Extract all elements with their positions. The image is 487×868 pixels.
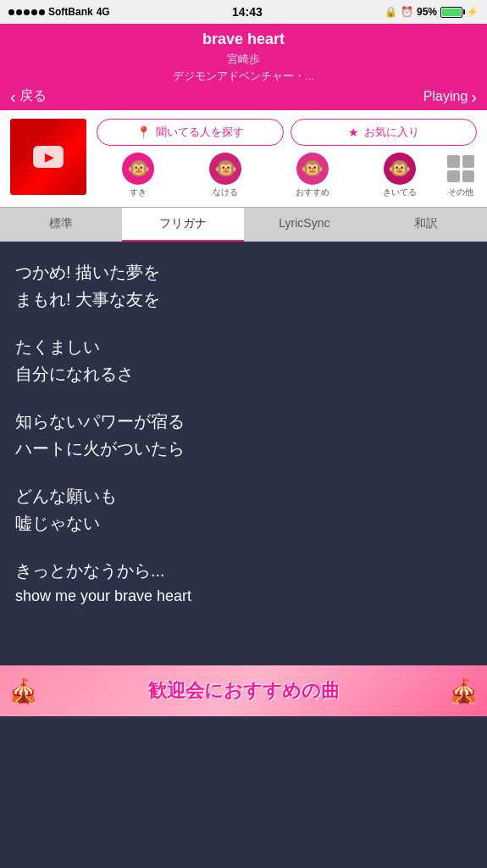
- signal-dots: [8, 9, 45, 15]
- controls-section: 📍 聞いてる人を探す ★ お気に入り 🐵 すき 🐵 なける: [0, 110, 487, 207]
- reaction-suki-icon: 🐵: [122, 153, 154, 185]
- tab-standard[interactable]: 標準: [0, 208, 122, 242]
- banner[interactable]: 🎪 歓迎会におすすめの曲 🎪: [0, 665, 487, 716]
- chevron-right-icon: ›: [471, 88, 477, 105]
- reaction-kiiteru-icon: 🐵: [384, 153, 416, 185]
- lyric-line-2-2: 自分になれるさ: [15, 360, 472, 387]
- reaction-osusume-label: おすすめ: [296, 186, 329, 198]
- lyric-block-5: きっとかなうから... show me your brave heart: [15, 557, 472, 609]
- lyric-block-2: たくましい 自分になれるさ: [15, 333, 472, 387]
- find-label: 聞いてる人を探す: [156, 125, 244, 140]
- status-bar: SoftBank 4G 14:43 🔒 ⏰ 95% ⚡: [0, 0, 487, 24]
- reaction-nakeru[interactable]: 🐵 なける: [184, 153, 268, 198]
- lyric-block-1: つかめ! 描いた夢を まもれ! 大事な友を: [15, 259, 472, 313]
- reaction-osusume[interactable]: 🐵 おすすめ: [271, 153, 355, 198]
- lyric-line-5-2: show me your brave heart: [15, 584, 472, 609]
- lyric-line-3-2: ハートに火がついたら: [15, 435, 472, 462]
- status-time: 14:43: [232, 5, 263, 19]
- battery-icon: [440, 7, 462, 18]
- lock-icon: 🔒: [385, 6, 397, 18]
- tab-furigana[interactable]: フリガナ: [122, 208, 244, 242]
- tabs-bar: 標準 フリガナ LyricSync 和訳: [0, 207, 487, 242]
- reaction-other-label: その他: [448, 186, 473, 198]
- chevron-left-icon: ‹: [10, 88, 16, 105]
- top-buttons: 📍 聞いてる人を探す ★ お気に入り: [97, 119, 477, 146]
- star-icon: ★: [348, 125, 359, 139]
- banner-deco-left: 🎪: [8, 677, 38, 705]
- lyrics-section: つかめ! 描いた夢を まもれ! 大事な友を たくましい 自分になれるさ 知らない…: [0, 242, 487, 665]
- reaction-nakeru-label: なける: [213, 186, 238, 198]
- lyric-line-1-1: つかめ! 描いた夢を: [15, 259, 472, 286]
- back-label: 戻る: [19, 87, 47, 105]
- nav-bar: brave heart 宮崎歩 デジモンアドベンチャー・... ‹ 戻る Pla…: [0, 24, 487, 110]
- artist-name: 宮崎歩: [227, 53, 260, 65]
- carrier-label: SoftBank: [48, 6, 93, 18]
- album-name: デジモンアドベンチャー・...: [173, 70, 314, 82]
- reaction-suki-label: すき: [130, 186, 147, 198]
- find-listeners-button[interactable]: 📍 聞いてる人を探す: [97, 119, 284, 146]
- pin-icon: 📍: [136, 125, 151, 139]
- alarm-icon: ⏰: [401, 6, 413, 18]
- banner-text: 歓迎会におすすめの曲: [148, 678, 340, 704]
- lyric-line-3-1: 知らないパワーが宿る: [15, 408, 472, 435]
- charging-icon: ⚡: [466, 6, 479, 18]
- reaction-other[interactable]: その他: [445, 153, 477, 198]
- song-title: brave heart: [202, 31, 285, 47]
- controls-right: 📍 聞いてる人を探す ★ お気に入り 🐵 すき 🐵 なける: [97, 119, 477, 198]
- playing-button[interactable]: Playing ›: [423, 88, 477, 105]
- favorite-button[interactable]: ★ お気に入り: [291, 119, 478, 146]
- lyric-line-4-2: 嘘じゃない: [15, 509, 472, 537]
- reaction-nakeru-icon: 🐵: [209, 153, 241, 185]
- reaction-kiiteru[interactable]: 🐵 きいてる: [357, 153, 441, 198]
- battery-percent: 95%: [417, 6, 437, 18]
- youtube-play-icon: [33, 146, 64, 168]
- status-left: SoftBank 4G: [8, 6, 110, 18]
- album-art-image: [10, 119, 86, 195]
- lyric-block-3: 知らないパワーが宿る ハートに火がついたら: [15, 408, 472, 462]
- lyric-block-4: どんな願いも 嘘じゃない: [15, 482, 472, 537]
- grid-icon: [445, 153, 477, 185]
- lyric-line-4-1: どんな願いも: [15, 482, 472, 509]
- reaction-row: 🐵 すき 🐵 なける 🐵 おすすめ 🐵 きいてる: [97, 153, 477, 198]
- reaction-kiiteru-label: きいてる: [383, 186, 417, 198]
- network-label: 4G: [97, 6, 110, 18]
- back-button[interactable]: ‹ 戻る: [10, 87, 47, 105]
- status-right: 🔒 ⏰ 95% ⚡: [385, 6, 479, 18]
- playing-label: Playing: [423, 89, 468, 104]
- tab-wayaku[interactable]: 和訳: [365, 208, 487, 242]
- lyric-line-2-1: たくましい: [15, 333, 472, 360]
- fav-label: お気に入り: [364, 125, 419, 140]
- album-art: [10, 119, 86, 195]
- tab-lyricsync[interactable]: LyricSync: [244, 208, 366, 242]
- reaction-osusume-icon: 🐵: [296, 153, 329, 185]
- lyric-line-1-2: まもれ! 大事な友を: [15, 286, 472, 313]
- reaction-suki[interactable]: 🐵 すき: [97, 153, 180, 198]
- lyric-line-5-1: きっとかなうから...: [15, 557, 472, 584]
- banner-deco-right: 🎪: [449, 677, 479, 705]
